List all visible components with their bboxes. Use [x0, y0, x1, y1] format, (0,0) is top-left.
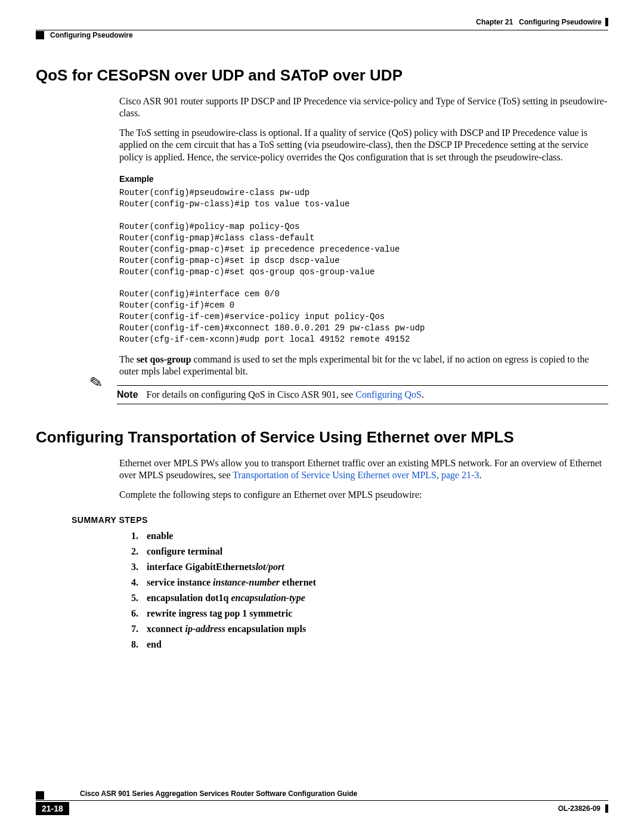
header-square-icon	[36, 31, 44, 39]
paragraph: The set qos-group command is used to set…	[119, 354, 608, 378]
summary-step: interface GigabitEthernetslot/port	[131, 562, 608, 572]
section-heading-qos: QoS for CESoPSN over UDP and SAToP over …	[36, 66, 608, 85]
summary-step: enable	[131, 531, 608, 541]
paragraph: Cisco ASR 901 router supports IP DSCP an…	[119, 95, 608, 120]
page-number: 21-18	[36, 802, 69, 815]
summary-step: encapsulation dot1q encapsulation-type	[131, 593, 608, 603]
pencil-icon: ✎	[88, 372, 104, 392]
chapter-label: Chapter 21	[476, 18, 513, 26]
code-block: Router(config)#pseudowire-class pw-udp R…	[119, 187, 608, 345]
summary-steps-list: enableconfigure terminalinterface Gigabi…	[131, 531, 608, 650]
section-heading-mpls: Configuring Transportation of Service Us…	[36, 428, 608, 447]
page-footer: Cisco ASR 901 Series Aggregation Service…	[36, 789, 608, 815]
paragraph: Ethernet over MPLS PWs allow you to tran…	[119, 457, 608, 482]
summary-step: rewrite ingress tag pop 1 symmetric	[131, 608, 608, 619]
footer-guide-title: Cisco ASR 901 Series Aggregation Service…	[74, 789, 608, 798]
note-label: Note	[117, 389, 138, 400]
paragraph: Complete the following steps to configur…	[119, 489, 608, 501]
footer-square-icon	[36, 791, 44, 800]
section-breadcrumb: Configuring Pseudowire	[50, 31, 133, 39]
summary-step: configure terminal	[131, 546, 608, 557]
paragraph: The ToS setting in pseudowire-class is o…	[119, 127, 608, 163]
summary-step: service instance instance-number etherne…	[131, 577, 608, 588]
summary-step: end	[131, 639, 608, 650]
example-label: Example	[119, 174, 608, 184]
header-right-bar-icon	[605, 18, 608, 26]
note-text: NoteFor details on configuring QoS in Ci…	[117, 389, 608, 400]
doc-id: OL-23826-09	[558, 804, 608, 813]
link-configuring-qos[interactable]: Configuring QoS	[355, 389, 422, 400]
link-transportation-mpls[interactable]: Transportation of Service Using Ethernet…	[233, 470, 479, 480]
chapter-title: Configuring Pseudowire	[519, 18, 602, 26]
header-right: Chapter 21 Configuring Pseudowire	[476, 18, 608, 26]
summary-step: xconnect ip-address encapsulation mpls	[131, 624, 608, 634]
header-left: Configuring Pseudowire	[36, 31, 133, 39]
footer-right-bar-icon	[605, 804, 608, 813]
summary-steps-label: SUMMARY STEPS	[72, 515, 608, 525]
